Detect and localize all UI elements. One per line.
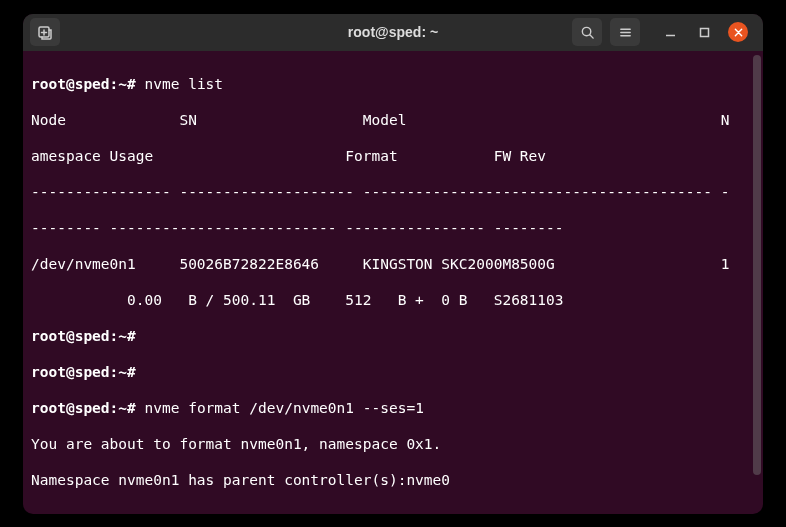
command-text: nvme list bbox=[145, 76, 224, 92]
output-line: You are about to format nvme0n1, namespa… bbox=[31, 435, 755, 453]
svg-rect-2 bbox=[700, 28, 708, 36]
new-tab-button[interactable] bbox=[30, 18, 60, 46]
output-line: Node SN Model N bbox=[31, 111, 755, 129]
titlebar: root@sped: ~ bbox=[23, 14, 763, 51]
menu-button[interactable] bbox=[610, 18, 640, 46]
minimize-button[interactable] bbox=[660, 22, 680, 42]
terminal-window: root@sped: ~ bbox=[23, 14, 763, 514]
search-button[interactable] bbox=[572, 18, 602, 46]
terminal-body[interactable]: root@sped:~# nvme list Node SN Model N a… bbox=[23, 51, 763, 514]
titlebar-left bbox=[28, 18, 62, 46]
prompt: root@sped:~# bbox=[31, 400, 136, 416]
command-text: nvme format /dev/nvme0n1 --ses=1 bbox=[145, 400, 424, 416]
new-tab-icon bbox=[37, 24, 53, 40]
window-controls bbox=[660, 22, 748, 42]
prompt: root@sped:~# bbox=[31, 76, 136, 92]
hamburger-icon bbox=[618, 25, 633, 40]
search-icon bbox=[580, 25, 595, 40]
titlebar-right bbox=[570, 18, 758, 46]
terminal-content: root@sped:~# nvme list Node SN Model N a… bbox=[31, 57, 755, 514]
minimize-icon bbox=[665, 27, 676, 38]
output-line: -------- -------------------------- ----… bbox=[31, 219, 755, 237]
scrollbar[interactable] bbox=[753, 55, 761, 475]
maximize-button[interactable] bbox=[694, 22, 714, 42]
output-line: 0.00 B / 500.11 GB 512 B + 0 B S2681103 bbox=[31, 291, 755, 309]
output-line: amespace Usage Format FW Rev bbox=[31, 147, 755, 165]
close-icon bbox=[734, 28, 743, 37]
output-line: /dev/nvme0n1 50026B72822E8646 KINGSTON S… bbox=[31, 255, 755, 273]
prompt: root@sped:~# bbox=[31, 364, 136, 380]
output-line: ---------------- -------------------- --… bbox=[31, 183, 755, 201]
maximize-icon bbox=[699, 27, 710, 38]
window-title: root@sped: ~ bbox=[348, 24, 438, 40]
prompt: root@sped:~# bbox=[31, 328, 136, 344]
close-button[interactable] bbox=[728, 22, 748, 42]
output-line: Namespace nvme0n1 has parent controller(… bbox=[31, 471, 755, 489]
